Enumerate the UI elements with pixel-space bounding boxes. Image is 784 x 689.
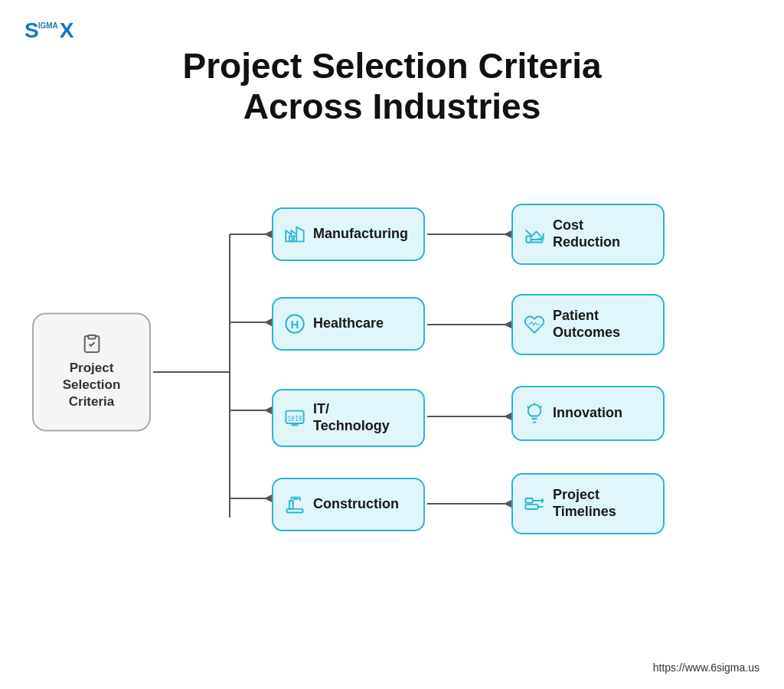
logo: S IGMA X [24,18,74,43]
svg-rect-38 [525,498,532,503]
title-block: Project Selection Criteria Across Indust… [0,0,784,127]
cost-label: CostReduction [553,217,620,250]
logo-x: X [60,18,74,43]
svg-line-37 [528,406,529,407]
svg-marker-14 [504,230,511,238]
svg-line-36 [541,406,542,407]
logo-s: S [24,18,38,43]
svg-rect-18 [88,335,95,339]
factory-icon [284,224,305,245]
outcome-innovation: Innovation [511,386,665,441]
patient-label: PatientOutcomes [553,308,620,341]
svg-marker-6 [264,230,272,238]
source-label: ProjectSelectionCriteria [63,360,121,410]
lightbulb-icon [524,403,545,424]
construction-label: Construction [313,496,399,513]
svg-marker-17 [504,500,511,508]
outcome-patient: PatientOutcomes [511,294,665,355]
svg-marker-16 [504,413,511,420]
svg-marker-7 [264,318,272,326]
main-title: Project Selection Criteria Across Indust… [0,46,784,127]
computer-icon: 1010 [284,407,305,429]
timelines-label: ProjectTimelines [553,487,616,520]
svg-rect-19 [289,236,292,241]
svg-text:1010: 1010 [287,414,302,422]
hospital-icon: H [284,313,305,335]
timeline-icon [524,493,545,514]
footer-url: https://www.6sigma.us [653,661,760,674]
svg-rect-20 [294,236,297,241]
healthcare-label: Healthcare [313,315,384,332]
trending-down-icon [524,224,545,245]
outcome-cost: CostReduction [511,204,665,265]
industry-it: 1010 IT/Technology [272,389,425,447]
logo-sigma: IGMA [38,22,58,30]
industry-healthcare: H Healthcare [272,297,425,351]
svg-rect-39 [525,505,537,509]
heart-pulse-icon [524,314,545,335]
it-label: IT/Technology [313,401,390,434]
industry-manufacturing: Manufacturing [272,207,425,261]
innovation-label: Innovation [553,405,622,422]
svg-rect-28 [289,501,293,509]
crane-icon [284,494,305,515]
svg-marker-15 [504,321,511,328]
manufacturing-label: Manufacturing [313,226,408,243]
svg-rect-34 [527,236,531,242]
svg-marker-9 [264,495,272,502]
source-node: ProjectSelectionCriteria [32,312,151,431]
outcome-timelines: ProjectTimelines [511,473,665,534]
svg-marker-8 [264,407,272,414]
diagram: ProjectSelectionCriteria Manufacturing H… [0,142,784,602]
industry-construction: Construction [272,478,425,531]
svg-text:H: H [291,318,299,331]
clipboard-icon [81,334,103,355]
